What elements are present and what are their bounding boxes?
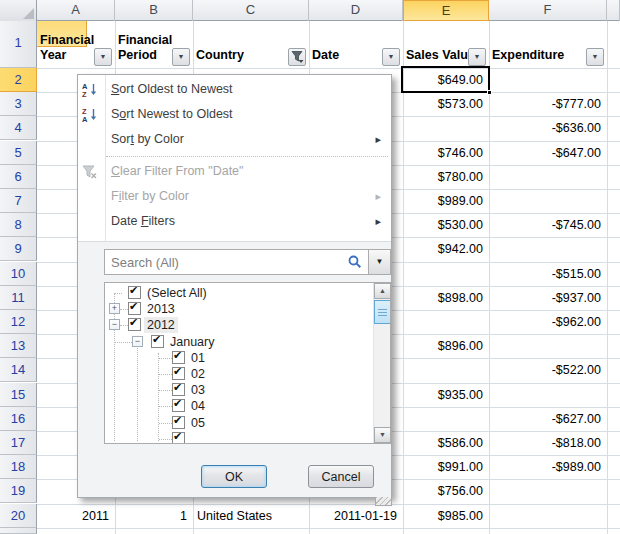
scroll-down-button[interactable]: ▼: [374, 427, 391, 443]
cell-F12[interactable]: -$962.00: [489, 310, 601, 334]
collapse-minus-icon[interactable]: −: [132, 336, 143, 347]
excel-spreadsheet: Sort Oldest to NewestAZSort Newest to Ol…: [0, 0, 620, 534]
search-options-dropdown-button[interactable]: ▼: [369, 249, 391, 275]
cell-F3[interactable]: -$777.00: [489, 92, 601, 116]
checkbox-january[interactable]: ✔: [151, 335, 164, 348]
row-header-18[interactable]: 18: [0, 455, 37, 479]
cell-E20[interactable]: $985.00: [403, 504, 483, 528]
cell-D20[interactable]: 2011-01-19: [309, 504, 397, 528]
tree-item-05[interactable]: ✔05: [105, 415, 373, 432]
select-all-corner[interactable]: [0, 0, 37, 21]
checkbox-01[interactable]: ✔: [172, 351, 185, 364]
checkbox-partial[interactable]: ✔: [172, 432, 185, 444]
checkbox-03[interactable]: ✔: [172, 383, 185, 396]
cell-A20[interactable]: 2011: [37, 504, 109, 528]
filter-button-E[interactable]: ▼: [468, 48, 486, 66]
checkbox-02[interactable]: ✔: [172, 367, 185, 380]
search-input[interactable]: [104, 249, 369, 275]
cell-F16[interactable]: -$627.00: [489, 407, 601, 431]
cell-E9[interactable]: $942.00: [403, 237, 483, 261]
tree-item-01[interactable]: ✔01: [105, 350, 373, 367]
row-header-2[interactable]: 2: [0, 68, 37, 92]
cell-E5[interactable]: $746.00: [403, 141, 483, 165]
row-header-7[interactable]: 7: [0, 189, 37, 213]
cell-E3[interactable]: $573.00: [403, 92, 483, 116]
tree-item-select-all[interactable]: ✔(Select All): [105, 285, 373, 302]
tree-item-04[interactable]: ✔04: [105, 398, 373, 415]
row-header-8[interactable]: 8: [0, 213, 37, 237]
scroll-thumb[interactable]: [374, 300, 391, 324]
cell-F14[interactable]: -$522.00: [489, 358, 601, 382]
cell-E18[interactable]: $991.00: [403, 455, 483, 479]
column-header-C[interactable]: C: [193, 0, 309, 21]
cell-F8[interactable]: -$745.00: [489, 213, 601, 237]
cancel-button[interactable]: Cancel: [308, 465, 374, 488]
cell-F17[interactable]: -$818.00: [489, 431, 601, 455]
row-header-6[interactable]: 6: [0, 165, 37, 189]
cell-E7[interactable]: $989.00: [403, 189, 483, 213]
checkbox-2012[interactable]: ✔: [128, 318, 141, 331]
row-header-4[interactable]: 4: [0, 116, 37, 140]
row-header-15[interactable]: 15: [0, 383, 37, 407]
cell-E15[interactable]: $935.00: [403, 383, 483, 407]
checkbox-05[interactable]: ✔: [172, 416, 185, 429]
cell-E13[interactable]: $896.00: [403, 334, 483, 358]
cell-E11[interactable]: $898.00: [403, 286, 483, 310]
cell-E17[interactable]: $586.00: [403, 431, 483, 455]
row-header-3[interactable]: 3: [0, 92, 37, 116]
cell-F18[interactable]: -$989.00: [489, 455, 601, 479]
row-header-20[interactable]: 20: [0, 504, 37, 528]
row-header-19[interactable]: 19: [0, 479, 37, 503]
scroll-up-button[interactable]: ▲: [374, 283, 391, 299]
filter-button-B[interactable]: ▼: [172, 48, 190, 66]
menu-item-sort-oldest-to-newest[interactable]: Sort Oldest to NewestAZ: [78, 77, 391, 102]
cell-F11[interactable]: -$937.00: [489, 286, 601, 310]
checkbox-select-all[interactable]: ✔: [128, 286, 141, 299]
row-header-1[interactable]: 1: [0, 21, 37, 68]
tree-item-02[interactable]: ✔02: [105, 366, 373, 383]
checkbox-2013[interactable]: ✔: [128, 302, 141, 315]
expand-plus-icon[interactable]: +: [109, 303, 120, 314]
tree-item-2013[interactable]: +✔2013: [105, 301, 373, 318]
cell-C20[interactable]: United States: [197, 504, 309, 528]
cell-E8[interactable]: $530.00: [403, 213, 483, 237]
tree-item-partial[interactable]: ✔: [105, 431, 373, 444]
menu-item-sort-newest-to-oldest[interactable]: Sort Newest to OldestZA: [78, 102, 391, 127]
ok-button[interactable]: OK: [201, 465, 267, 488]
row-header-5[interactable]: 5: [0, 141, 37, 165]
filter-button-D[interactable]: ▼: [382, 48, 400, 66]
row-header-10[interactable]: 10: [0, 262, 37, 286]
column-header-D[interactable]: D: [309, 0, 403, 21]
row-header-12[interactable]: 12: [0, 310, 37, 334]
collapse-minus-icon[interactable]: −: [109, 319, 120, 330]
cell-B20[interactable]: 1: [115, 504, 187, 528]
row-header-17[interactable]: 17: [0, 431, 37, 455]
tree-scrollbar[interactable]: ▲▼: [373, 283, 390, 443]
row-header-16[interactable]: 16: [0, 407, 37, 431]
row-header-9[interactable]: 9: [0, 237, 37, 261]
cell-F5[interactable]: -$647.00: [489, 141, 601, 165]
cell-E6[interactable]: $780.00: [403, 165, 483, 189]
column-header-B[interactable]: B: [115, 0, 193, 21]
filter-button-A[interactable]: ▼: [94, 48, 112, 66]
cell-F10[interactable]: -$515.00: [489, 262, 601, 286]
selected-cell-border[interactable]: [401, 66, 490, 93]
tree-item-january[interactable]: −✔January: [105, 334, 373, 351]
column-header-E[interactable]: E: [403, 0, 489, 21]
tree-item-03[interactable]: ✔03: [105, 382, 373, 399]
menu-item-date-filters[interactable]: Date Filters▸: [78, 209, 391, 234]
filter-button-F[interactable]: ▼: [586, 48, 604, 66]
checkbox-04[interactable]: ✔: [172, 399, 185, 412]
resize-grip[interactable]: [375, 497, 392, 506]
filter-button-C-funnel-icon-active[interactable]: [288, 48, 306, 66]
tree-item-2012[interactable]: −✔2012: [105, 317, 373, 334]
fill-handle[interactable]: [487, 90, 492, 95]
row-header-11[interactable]: 11: [0, 286, 37, 310]
column-header-A[interactable]: A: [37, 0, 115, 21]
row-header-14[interactable]: 14: [0, 358, 37, 382]
cell-E19[interactable]: $756.00: [403, 479, 483, 503]
cell-F4[interactable]: -$636.00: [489, 116, 601, 140]
row-header-13[interactable]: 13: [0, 334, 37, 358]
column-header-F[interactable]: F: [489, 0, 607, 21]
menu-item-sort-by-color[interactable]: Sort by Color▸: [78, 127, 391, 152]
